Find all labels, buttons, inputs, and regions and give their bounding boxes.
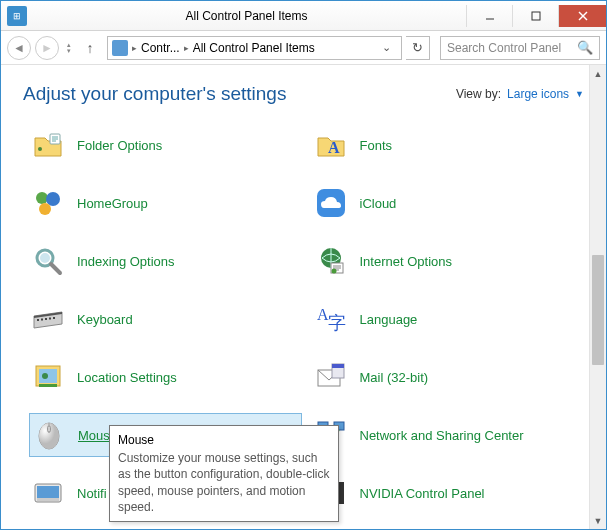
breadcrumb-control-panel[interactable]: Contr... — [141, 41, 180, 55]
scroll-down-icon[interactable]: ▼ — [590, 512, 606, 529]
fonts-icon: A — [314, 128, 348, 162]
svg-rect-17 — [37, 319, 39, 321]
item-internet-options[interactable]: Internet Options — [312, 239, 585, 283]
history-dropdown[interactable]: ▴▾ — [65, 42, 73, 53]
svg-rect-20 — [49, 318, 51, 320]
up-button[interactable]: ↑ — [81, 40, 99, 56]
svg-point-9 — [39, 203, 51, 215]
minimize-button[interactable] — [466, 5, 512, 27]
item-mail[interactable]: Mail (32-bit) — [312, 355, 585, 399]
content-area: Adjust your computer's settings View by:… — [1, 65, 606, 529]
mail-icon — [314, 360, 348, 394]
folder-options-icon — [31, 128, 65, 162]
svg-rect-30 — [332, 364, 344, 368]
chevron-right-icon: ▸ — [132, 43, 137, 53]
window-title: All Control Panel Items — [27, 9, 466, 23]
item-network-sharing[interactable]: Network and Sharing Center — [312, 413, 585, 457]
svg-rect-1 — [532, 12, 540, 20]
view-by-value[interactable]: Large icons — [507, 87, 569, 101]
language-icon: A字 — [314, 302, 348, 336]
item-label: Internet Options — [360, 254, 453, 269]
address-bar[interactable]: ▸ Contr... ▸ All Control Panel Items ⌄ — [107, 36, 402, 60]
svg-rect-41 — [37, 486, 59, 498]
item-homegroup[interactable]: HomeGroup — [29, 181, 302, 225]
item-label: Notifi — [77, 486, 107, 501]
item-label: Keyboard — [77, 312, 133, 327]
item-language[interactable]: A字 Language — [312, 297, 585, 341]
back-button[interactable]: ◄ — [7, 36, 31, 60]
forward-button[interactable]: ► — [35, 36, 59, 60]
chevron-down-icon: ▼ — [575, 89, 584, 99]
refresh-button[interactable]: ↻ — [406, 36, 430, 60]
address-dropdown-icon[interactable]: ⌄ — [375, 37, 397, 59]
item-label: Mail (32-bit) — [360, 370, 429, 385]
item-nvidia[interactable]: NVIDIA Control Panel — [312, 471, 585, 515]
title-bar: ⊞ All Control Panel Items — [1, 1, 606, 31]
item-label: Folder Options — [77, 138, 162, 153]
svg-point-12 — [40, 253, 50, 263]
mouse-icon — [32, 418, 66, 452]
scroll-up-icon[interactable]: ▲ — [590, 65, 606, 82]
item-label: Indexing Options — [77, 254, 175, 269]
search-icon: 🔍 — [577, 40, 593, 55]
notification-area-icon — [31, 476, 65, 510]
navigation-bar: ◄ ► ▴▾ ↑ ▸ Contr... ▸ All Control Panel … — [1, 31, 606, 65]
homegroup-icon — [31, 186, 65, 220]
search-placeholder: Search Control Panel — [447, 41, 561, 55]
item-keyboard[interactable]: Keyboard — [29, 297, 302, 341]
item-label: NVIDIA Control Panel — [360, 486, 485, 501]
item-icloud[interactable]: iCloud — [312, 181, 585, 225]
svg-point-5 — [38, 147, 42, 151]
item-label: Language — [360, 312, 418, 327]
chevron-right-icon: ▸ — [184, 43, 189, 53]
maximize-button[interactable] — [512, 5, 558, 27]
item-label: Network and Sharing Center — [360, 428, 524, 443]
item-fonts[interactable]: A Fonts — [312, 123, 585, 167]
indexing-options-icon — [31, 244, 65, 278]
svg-point-26 — [42, 373, 48, 379]
icloud-icon — [314, 186, 348, 220]
item-label: Location Settings — [77, 370, 177, 385]
svg-point-16 — [331, 269, 336, 274]
page-heading: Adjust your computer's settings — [23, 83, 286, 105]
tooltip-body: Customize your mouse settings, such as t… — [118, 450, 330, 515]
vertical-scrollbar[interactable]: ▲ ▼ — [589, 65, 606, 529]
control-panel-icon — [112, 40, 128, 56]
location-settings-icon — [31, 360, 65, 394]
svg-rect-19 — [45, 318, 47, 320]
item-indexing-options[interactable]: Indexing Options — [29, 239, 302, 283]
svg-text:A: A — [328, 139, 340, 156]
keyboard-icon — [31, 302, 65, 336]
svg-rect-18 — [41, 319, 43, 321]
close-button[interactable] — [558, 5, 606, 27]
view-by-control[interactable]: View by: Large icons ▼ — [456, 87, 584, 101]
control-panel-sys-icon: ⊞ — [7, 6, 27, 26]
item-location-settings[interactable]: Location Settings — [29, 355, 302, 399]
svg-rect-21 — [53, 317, 55, 319]
item-label: Fonts — [360, 138, 393, 153]
breadcrumb-all-items[interactable]: All Control Panel Items — [193, 41, 315, 55]
scrollbar-thumb[interactable] — [592, 255, 604, 365]
item-label: iCloud — [360, 196, 397, 211]
tooltip: Mouse Customize your mouse settings, suc… — [109, 425, 339, 522]
tooltip-title: Mouse — [118, 432, 330, 448]
search-input[interactable]: Search Control Panel 🔍 — [440, 36, 600, 60]
svg-rect-42 — [37, 498, 59, 501]
internet-options-icon — [314, 244, 348, 278]
view-by-label: View by: — [456, 87, 501, 101]
svg-line-13 — [51, 264, 60, 273]
item-folder-options[interactable]: Folder Options — [29, 123, 302, 167]
svg-rect-34 — [48, 426, 51, 432]
svg-rect-27 — [39, 384, 57, 387]
item-label: HomeGroup — [77, 196, 148, 211]
svg-text:字: 字 — [328, 313, 346, 333]
